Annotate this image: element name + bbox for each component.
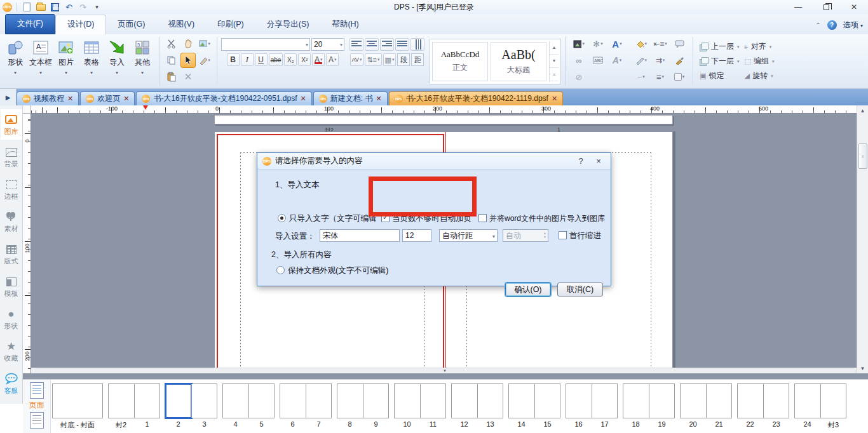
page-thumbnail[interactable] [280,384,306,418]
style-body-text[interactable]: AaBbCcDd 正文 [432,42,488,81]
page-thumbnail[interactable] [592,384,617,418]
text-effect-button[interactable]: A▾ [611,55,623,66]
callout-button[interactable] [674,38,685,50]
fill-color-button[interactable]: ▾ [635,38,647,50]
page-thumbnail[interactable] [420,384,445,418]
checkbox-first-line-indent-label[interactable]: 首行缩进 [569,230,601,241]
character-style-button[interactable]: A▾ [326,53,339,66]
rotate-button[interactable]: ◢旋转▾ [745,70,775,83]
sidebar-item-support[interactable]: 客服 [1,368,22,399]
thumbnail-pair[interactable]: 23 [165,383,217,430]
font-size-combobox[interactable]: 20▾ [311,38,344,51]
scrollbar-thumb[interactable]: ≡ [858,143,867,169]
effect-options-button[interactable]: ✻▾ [592,38,604,50]
subscript-button[interactable]: X₂ [284,53,297,66]
paragraph-settings-button[interactable]: 段 [397,53,410,66]
sidebar-item-gallery[interactable]: 图库 [1,109,22,140]
brush-button[interactable] [674,55,685,66]
sidebar-item-background[interactable]: 背景 [1,142,22,172]
page-thumbnail[interactable] [738,384,763,418]
page-thumbnail[interactable] [623,384,649,418]
cut-button[interactable] [166,38,177,50]
confirm-button[interactable]: 确认(O) [505,283,551,296]
thumbnail-pair[interactable]: 2223 [737,383,789,430]
thumbnail-pair[interactable]: 2021 [680,383,732,430]
picture-adjust-button[interactable]: ▾ [199,38,210,50]
thumbnail-pair[interactable]: 45 [222,383,275,430]
page-thumbnail[interactable] [477,384,503,418]
dash-style-button[interactable]: ┄▾ [635,71,647,83]
sidebar-item-material[interactable]: 素材 [1,206,22,237]
checkbox-first-line-indent[interactable] [559,231,567,239]
pan-hand-button[interactable] [182,38,194,50]
doc-tab-video-tutorial[interactable]: DPS 视频教程 ✕ [17,91,79,105]
italic-button[interactable]: I [241,53,254,66]
page-list-icon[interactable] [30,382,44,399]
page-thumbnail[interactable] [452,384,477,418]
spacing-settings-button[interactable]: 距 [411,53,424,66]
thumbnail-pair[interactable]: 1415 [508,383,560,430]
undo-button[interactable]: ↶ [64,2,74,12]
char-spacing-button[interactable]: AV▾ [350,53,364,66]
radio-keep-appearance[interactable] [276,266,285,274]
page-thumbnail[interactable] [337,384,363,418]
select-cursor-button[interactable] [180,53,196,68]
thumbnail-pair[interactable]: 1213 [451,383,503,430]
indent-lines-button[interactable]: ⇤≡▾ [654,38,666,50]
style-big-title[interactable]: AaBb( 大标题 [491,42,546,81]
hyperlink-button[interactable]: ∞ [573,55,585,66]
doc-tab-welcome[interactable]: DPS 欢迎页 ✕ [80,91,135,105]
help-icon[interactable]: ? [827,20,837,30]
sidebar-item-template[interactable]: 模板 [1,271,22,302]
gallery-down-button[interactable]: ▼ [550,55,559,68]
thumbnail-pair[interactable]: 1617 [566,383,618,430]
page-thumbnail[interactable] [820,384,846,418]
open-button[interactable] [36,2,46,12]
font-color-button[interactable]: A▾ [312,53,325,66]
master-page-icon[interactable] [30,412,44,429]
checkbox-import-word-images[interactable] [478,214,487,222]
remove-link-button[interactable]: ⊘ [573,71,585,83]
import-size-combobox[interactable]: 12 [402,229,431,242]
delete-button[interactable]: ✕ [182,71,194,83]
insert-other-button[interactable]: 5 其他▾ [130,36,155,87]
gallery-up-button[interactable]: ▲ [550,41,559,55]
previous-spread-edge[interactable] [214,115,673,124]
tab-page[interactable]: 页面(G) [106,15,156,34]
thumbnail-cover-spread[interactable]: 封底 - 封面 [52,383,103,430]
save-button[interactable] [50,2,60,12]
scroll-up-button[interactable]: ▲ [857,105,868,116]
thumbnail-pair[interactable]: 89 [337,383,389,430]
line-spacing-button[interactable]: ⇅≡▾ [365,53,381,66]
tab-design[interactable]: 设计(D) [55,15,106,34]
pages-tab-label[interactable]: 页面 [29,400,44,411]
auto-spacing-spinner[interactable]: 自动▲▼ [503,229,548,242]
page-thumbnail[interactable] [363,384,388,418]
page-thumbnail[interactable] [306,384,331,418]
thumbnail-pair[interactable]: 1011 [394,383,446,430]
thumbnail-pair[interactable]: 封21 [108,383,160,430]
import-button[interactable]: 导入▾ [104,36,130,87]
page-thumbnail[interactable] [763,384,789,418]
new-document-button[interactable] [22,2,32,12]
shape-fill-button[interactable]: ▾ [674,71,685,83]
options-button[interactable]: 选项 ▾ [843,20,863,30]
vertical-scrollbar[interactable]: ▲ ≡ ▼ [857,105,868,373]
page-thumbnail[interactable] [248,384,274,418]
tab-view[interactable]: 视图(V) [156,15,206,34]
panel-expander-button[interactable]: ▶ [0,89,17,105]
send-backward-button[interactable]: 下一层▾ [700,55,740,68]
doc-tab-new-document[interactable]: DPS 新建文档: 书 ✕ [313,91,388,105]
page-thumbnail[interactable] [534,384,560,418]
align-center-button[interactable] [365,38,379,51]
horizontal-scrollbar[interactable]: ▼ [31,368,857,373]
close-tab-icon[interactable]: ✕ [301,95,306,103]
sidebar-item-border[interactable]: 边框 [1,174,22,204]
cancel-button[interactable]: 取消(C) [557,283,603,296]
restore-button[interactable] [812,0,840,14]
bold-button[interactable]: B [227,53,240,66]
close-tab-icon[interactable]: ✕ [123,95,129,103]
paste-button[interactable] [166,71,177,83]
dialog-close-button[interactable]: × [592,156,606,166]
align-left-button[interactable] [349,38,363,51]
